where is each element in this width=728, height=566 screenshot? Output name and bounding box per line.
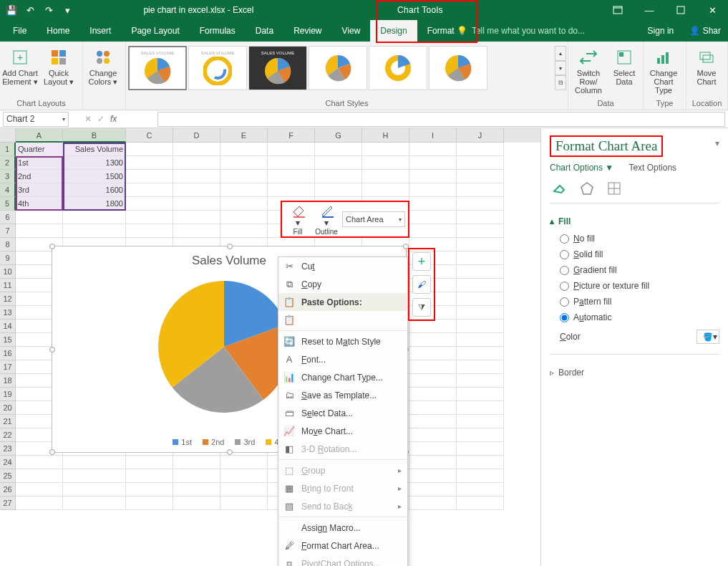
cell-a4[interactable]: 3rd bbox=[16, 183, 63, 197]
row-header-26[interactable]: 26 bbox=[0, 483, 16, 497]
context-move-chart[interactable]: 📈Move Chart... bbox=[278, 422, 407, 440]
row-header-19[interactable]: 19 bbox=[0, 388, 16, 401]
row-header-16[interactable]: 16 bbox=[0, 347, 16, 360]
ribbon-options-icon[interactable] bbox=[602, 0, 634, 20]
row-header-20[interactable]: 20 bbox=[0, 401, 16, 415]
panel-fill-header[interactable]: ▴ Fill bbox=[550, 216, 719, 226]
mini-outline-button[interactable]: ▾Outline bbox=[314, 203, 339, 236]
row-header-22[interactable]: 22 bbox=[0, 428, 16, 442]
radio-solid-fill[interactable]: Solid fill bbox=[560, 249, 719, 259]
col-header-G[interactable]: G bbox=[315, 128, 362, 143]
context-save-template[interactable]: 🗂Save as Template... bbox=[278, 386, 407, 404]
chart-style-3[interactable]: Sales Volume bbox=[248, 46, 307, 90]
add-chart-element-button[interactable]: + Add Chart Element ▾ bbox=[1, 46, 39, 86]
tab-formulas[interactable]: Formulas bbox=[190, 20, 246, 42]
col-header-C[interactable]: C bbox=[126, 128, 173, 143]
minimize-icon[interactable]: — bbox=[634, 0, 665, 20]
share-button[interactable]: 👤 Shar bbox=[682, 20, 728, 42]
row-header-25[interactable]: 25 bbox=[0, 469, 16, 483]
row-header-17[interactable]: 17 bbox=[0, 360, 16, 374]
chart-elements-button[interactable]: + bbox=[412, 252, 431, 271]
row-header-8[interactable]: 8 bbox=[0, 238, 16, 251]
fx-icon[interactable]: fx bbox=[110, 114, 117, 124]
chevron-down-icon[interactable]: ▾ bbox=[555, 61, 566, 76]
radio-automatic[interactable]: Automatic bbox=[560, 312, 719, 322]
context-cut[interactable]: ✂Cut bbox=[278, 257, 407, 275]
pie-chart[interactable] bbox=[152, 275, 296, 418]
tab-design[interactable]: Design bbox=[370, 20, 417, 42]
row-header-21[interactable]: 21 bbox=[0, 415, 16, 428]
col-header-D[interactable]: D bbox=[173, 128, 220, 143]
tab-file[interactable]: File bbox=[3, 20, 37, 42]
row-header-10[interactable]: 10 bbox=[0, 265, 16, 279]
tab-chart-options[interactable]: Chart Options ▼ bbox=[550, 163, 613, 173]
row-header-7[interactable]: 7 bbox=[0, 224, 16, 238]
chart-style-4[interactable] bbox=[309, 46, 367, 90]
change-colors-button[interactable]: Change Colors ▾ bbox=[84, 46, 122, 86]
select-all-corner[interactable] bbox=[0, 128, 16, 143]
row-header-18[interactable]: 18 bbox=[0, 374, 16, 388]
quick-layout-button[interactable]: Quick Layout ▾ bbox=[40, 46, 77, 86]
chart-styles-scroll[interactable]: ▴ ▾ ⊟ bbox=[555, 46, 566, 90]
cell-b4[interactable]: 1600 bbox=[63, 183, 126, 197]
row-header-23[interactable]: 23 bbox=[0, 442, 16, 456]
radio-pattern-fill[interactable]: Pattern fill bbox=[560, 297, 719, 307]
row-header-24[interactable]: 24 bbox=[0, 456, 16, 469]
effects-icon[interactable] bbox=[580, 181, 594, 196]
change-chart-type-button[interactable]: Change Chart Type bbox=[645, 46, 682, 95]
row-header-13[interactable]: 13 bbox=[0, 306, 16, 320]
chart-style-5[interactable] bbox=[369, 46, 427, 90]
context-reset-style[interactable]: 🔄Reset to Match Style bbox=[278, 332, 407, 350]
formula-bar[interactable] bbox=[157, 112, 725, 127]
tab-text-options[interactable]: Text Options bbox=[628, 163, 676, 173]
row-header-27[interactable]: 27 bbox=[0, 497, 16, 510]
col-header-F[interactable]: F bbox=[268, 128, 315, 143]
panel-dropdown-icon[interactable]: ▾ bbox=[715, 138, 719, 148]
row-header-4[interactable]: 4 bbox=[0, 183, 16, 197]
mini-fill-button[interactable]: ▾Fill bbox=[285, 203, 311, 236]
col-header-A[interactable]: A bbox=[16, 128, 63, 143]
row-header-2[interactable]: 2 bbox=[0, 156, 16, 170]
row-header-12[interactable]: 12 bbox=[0, 292, 16, 306]
cell-a3[interactable]: 2nd bbox=[16, 170, 63, 183]
color-picker-button[interactable]: 🪣▾ bbox=[697, 330, 719, 344]
row-header-3[interactable]: 3 bbox=[0, 170, 16, 183]
mini-element-selector[interactable]: Chart Area ▾ bbox=[342, 211, 405, 227]
expand-gallery-icon[interactable]: ⊟ bbox=[555, 75, 566, 90]
move-chart-button[interactable]: Move Chart bbox=[688, 46, 725, 86]
tab-data[interactable]: Data bbox=[246, 20, 283, 42]
cell-b2[interactable]: 1300 bbox=[63, 156, 126, 170]
context-format-chart-area[interactable]: 🖉Format Chart Area... bbox=[278, 537, 407, 555]
row-header-15[interactable]: 15 bbox=[0, 333, 16, 347]
tab-home[interactable]: Home bbox=[37, 20, 79, 42]
cell-a2[interactable]: 1st bbox=[16, 156, 63, 170]
panel-border-header[interactable]: ▹ Border bbox=[550, 368, 719, 378]
chart-style-1[interactable]: SALES VOLUME bbox=[128, 46, 187, 90]
radio-picture-fill[interactable]: Picture or texture fill bbox=[560, 281, 719, 291]
qat-customize-icon[interactable]: ▾ bbox=[62, 4, 73, 16]
size-properties-icon[interactable] bbox=[607, 181, 621, 196]
sign-in-link[interactable]: Sign in bbox=[641, 20, 681, 42]
cell-b1[interactable]: Sales Volume bbox=[63, 143, 126, 156]
undo-icon[interactable]: ↶ bbox=[24, 4, 36, 16]
redo-icon[interactable]: ↷ bbox=[43, 4, 54, 16]
tab-view[interactable]: View bbox=[332, 20, 371, 42]
save-icon[interactable]: 💾 bbox=[6, 4, 17, 16]
col-header-J[interactable]: J bbox=[457, 128, 504, 143]
col-header-B[interactable]: B bbox=[63, 128, 126, 143]
chart-styles-button[interactable]: 🖌 bbox=[412, 275, 431, 294]
select-data-button[interactable]: Select Data bbox=[608, 46, 640, 86]
context-font[interactable]: AFont... bbox=[278, 350, 407, 368]
tab-review[interactable]: Review bbox=[283, 20, 331, 42]
tell-me[interactable]: 💡 Tell me what you want to do... bbox=[457, 26, 585, 36]
context-paste-picture[interactable]: 📋 bbox=[278, 311, 407, 329]
chart-style-6[interactable] bbox=[429, 46, 487, 90]
cell-b3[interactable]: 1500 bbox=[63, 170, 126, 183]
row-header-5[interactable]: 5 bbox=[0, 197, 16, 211]
cell-a5[interactable]: 4th bbox=[16, 197, 63, 211]
col-header-H[interactable]: H bbox=[362, 128, 409, 143]
row-header-9[interactable]: 9 bbox=[0, 251, 16, 265]
context-change-chart-type[interactable]: 📊Change Chart Type... bbox=[278, 368, 407, 386]
name-box-dropdown-icon[interactable]: ▾ bbox=[62, 116, 65, 123]
context-assign-macro[interactable]: Assign Macro... bbox=[278, 519, 407, 537]
